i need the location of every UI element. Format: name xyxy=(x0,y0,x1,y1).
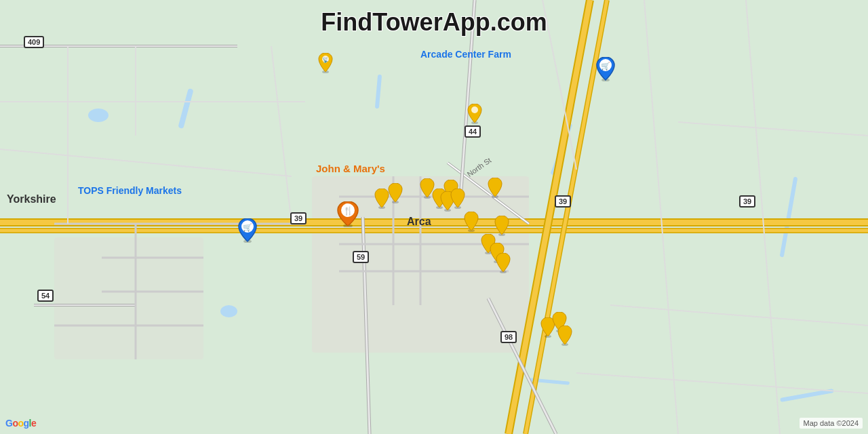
map-attribution: Map data ©2024 xyxy=(800,418,863,429)
svg-line-13 xyxy=(363,217,370,434)
yorkshire-label: Yorkshire xyxy=(7,193,56,205)
svg-text:🛒: 🛒 xyxy=(601,61,610,71)
tower-pin-1[interactable]: 📡 xyxy=(317,53,334,73)
google-e: e xyxy=(31,418,36,429)
arcade-center-farm-pin[interactable]: 🛒 xyxy=(595,57,616,81)
google-g: G xyxy=(5,418,12,429)
map-container: 409 44 39 39 39 59 54 98 FindTowerApp.co… xyxy=(0,0,868,434)
svg-line-32 xyxy=(271,46,292,224)
tower-pin-15[interactable] xyxy=(495,253,511,273)
route-shield-44: 44 xyxy=(465,125,481,138)
route-shield-59: 59 xyxy=(353,251,369,263)
svg-point-45 xyxy=(471,106,478,113)
map-title: FindTowerApp.com xyxy=(321,8,547,37)
svg-line-38 xyxy=(678,122,868,136)
svg-line-36 xyxy=(746,0,780,434)
route-shield-39-right: 39 xyxy=(555,195,571,208)
svg-line-34 xyxy=(0,149,292,176)
svg-line-35 xyxy=(644,0,678,434)
route-shield-54: 54 xyxy=(37,290,54,302)
john-and-marys-label: John & Mary's xyxy=(316,163,385,174)
svg-text:🛒: 🛒 xyxy=(243,222,252,232)
route-shield-39-left: 39 xyxy=(290,212,307,224)
tops-friendly-markets-label: TOPS Friendly Markets xyxy=(78,185,182,196)
roads-svg xyxy=(0,0,868,434)
google-logo: Google xyxy=(5,418,36,429)
tower-pin-10[interactable] xyxy=(487,178,503,198)
svg-line-39 xyxy=(610,305,868,326)
arcade-town-label: Arca xyxy=(407,216,431,228)
svg-text:🍴: 🍴 xyxy=(343,205,353,216)
route-shield-39-far-right: 39 xyxy=(739,195,755,208)
tower-pin-11[interactable] xyxy=(463,212,479,232)
svg-text:📡: 📡 xyxy=(322,56,329,63)
google-o2: o xyxy=(18,418,23,429)
john-marys-pin[interactable]: 🍴 xyxy=(337,201,359,227)
svg-line-40 xyxy=(576,373,868,393)
tower-pin-2[interactable] xyxy=(467,104,483,124)
tower-pin-4[interactable] xyxy=(387,183,403,203)
tops-markets-pin[interactable]: 🛒 xyxy=(237,218,258,243)
arcade-center-farm-label: Arcade Center Farm xyxy=(420,49,511,60)
google-g2: g xyxy=(24,418,29,429)
tower-pin-18[interactable] xyxy=(557,326,573,346)
route-shield-98: 98 xyxy=(500,331,517,343)
route-shield-409: 409 xyxy=(24,36,44,48)
tower-pin-12[interactable] xyxy=(494,216,510,236)
svg-line-7 xyxy=(526,0,607,434)
tower-pin-9[interactable] xyxy=(450,189,466,209)
